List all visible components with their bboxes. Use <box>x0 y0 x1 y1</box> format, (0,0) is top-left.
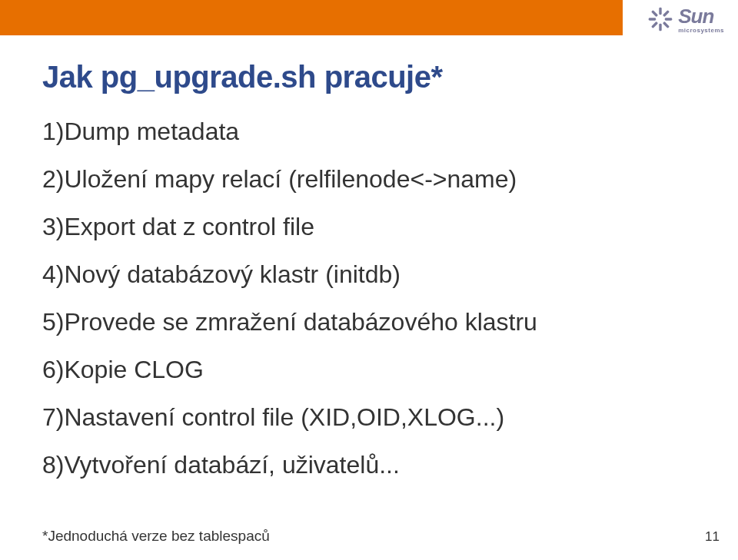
sun-logo: Sun microsystems <box>647 6 724 34</box>
list-item: 8)Vytvoření databází, uživatelů... <box>42 449 703 480</box>
svg-rect-5 <box>659 24 661 31</box>
svg-rect-4 <box>659 8 661 15</box>
footnote: *Jednoduchá verze bez tablespaců <box>42 528 270 545</box>
svg-rect-3 <box>663 22 670 28</box>
logo-sub: microsystems <box>678 28 724 34</box>
logo-brand: Sun <box>678 6 724 26</box>
list-item: 3)Export dat z control file <box>42 211 703 242</box>
sun-logo-text: Sun microsystems <box>678 6 724 34</box>
list-item: 5)Provede se zmražení databázového klast… <box>42 307 703 337</box>
content: Jak pg_upgrade.sh pracuje* 1)Dump metada… <box>42 60 703 480</box>
slide: Sun microsystems Jak pg_upgrade.sh pracu… <box>0 0 738 560</box>
svg-rect-6 <box>649 18 657 20</box>
svg-rect-7 <box>665 18 673 20</box>
page-number: 11 <box>705 529 720 545</box>
slide-title: Jak pg_upgrade.sh pracuje* <box>42 60 703 94</box>
list-item: 7)Nastavení control file (XID,OID,XLOG..… <box>42 402 703 432</box>
list-item: 4)Nový databázový klastr (initdb) <box>42 259 703 290</box>
sun-logo-icon <box>647 6 673 32</box>
svg-rect-2 <box>651 10 658 17</box>
svg-rect-1 <box>651 22 658 28</box>
header-bar <box>0 0 623 35</box>
list: 1)Dump metadata 2)Uložení mapy relací (r… <box>42 116 703 480</box>
list-item: 2)Uložení mapy relací (relfilenode<->nam… <box>42 164 703 194</box>
list-item: 6)Kopie CLOG <box>42 354 703 385</box>
svg-rect-0 <box>663 10 670 17</box>
list-item: 1)Dump metadata <box>42 116 703 147</box>
